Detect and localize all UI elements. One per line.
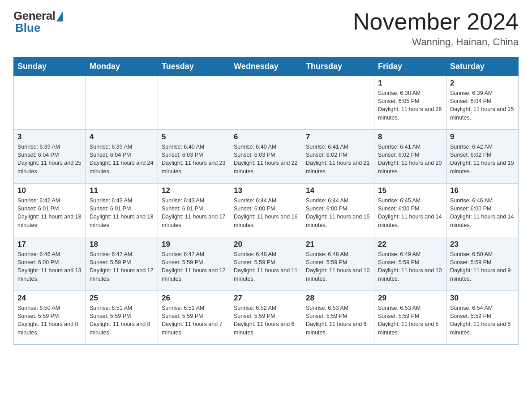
calendar-cell: 13Sunrise: 6:44 AMSunset: 6:00 PMDayligh… [230, 184, 302, 237]
day-info: Sunrise: 6:44 AMSunset: 6:00 PMDaylight:… [306, 197, 370, 229]
day-number: 26 [162, 294, 226, 303]
info-line: Sunset: 6:00 PM [378, 206, 419, 212]
column-header-tuesday: Tuesday [158, 57, 230, 76]
day-number: 19 [162, 240, 226, 249]
column-header-thursday: Thursday [302, 57, 374, 76]
info-line: Sunrise: 6:47 AM [90, 251, 132, 257]
info-line: Sunset: 5:59 PM [450, 259, 491, 265]
info-line: Sunset: 6:02 PM [378, 152, 419, 158]
info-line: Sunset: 6:00 PM [17, 259, 59, 265]
info-line: Sunset: 6:05 PM [378, 98, 419, 104]
info-line: Sunrise: 6:50 AM [17, 305, 60, 311]
calendar-cell: 3Sunrise: 6:39 AMSunset: 6:04 PMDaylight… [14, 130, 86, 184]
day-info: Sunrise: 6:42 AMSunset: 6:02 PMDaylight:… [450, 143, 515, 176]
day-info: Sunrise: 6:43 AMSunset: 6:01 PMDaylight:… [90, 197, 154, 229]
day-number: 28 [306, 294, 370, 303]
info-line: Sunrise: 6:44 AM [306, 197, 348, 204]
column-header-friday: Friday [374, 57, 446, 76]
calendar-cell: 11Sunrise: 6:43 AMSunset: 6:01 PMDayligh… [86, 184, 158, 237]
info-line: Sunrise: 6:48 AM [234, 251, 276, 257]
info-line: Daylight: 11 hours and 7 minutes. [162, 321, 223, 335]
day-number: 7 [306, 133, 370, 141]
info-line: Sunrise: 6:46 AM [17, 251, 60, 257]
day-info: Sunrise: 6:42 AMSunset: 6:01 PMDaylight:… [17, 197, 82, 229]
calendar-cell: 8Sunrise: 6:41 AMSunset: 6:02 PMDaylight… [374, 130, 446, 184]
calendar-cell [230, 76, 302, 130]
day-info: Sunrise: 6:39 AMSunset: 6:04 PMDaylight:… [90, 143, 154, 176]
info-line: Sunrise: 6:50 AM [450, 251, 493, 257]
logo: General Blue [13, 9, 63, 35]
info-line: Daylight: 11 hours and 8 minutes. [90, 321, 150, 335]
info-line: Sunrise: 6:44 AM [234, 197, 276, 204]
info-line: Daylight: 11 hours and 21 minutes. [306, 160, 369, 174]
day-info: Sunrise: 6:45 AMSunset: 6:00 PMDaylight:… [378, 197, 442, 229]
calendar-header-row: SundayMondayTuesdayWednesdayThursdayFrid… [14, 57, 519, 76]
calendar-cell: 20Sunrise: 6:48 AMSunset: 5:59 PMDayligh… [230, 237, 302, 291]
calendar-cell: 30Sunrise: 6:54 AMSunset: 5:59 PMDayligh… [446, 291, 519, 345]
calendar-cell: 21Sunrise: 6:48 AMSunset: 5:59 PMDayligh… [302, 237, 374, 291]
info-line: Sunrise: 6:53 AM [378, 305, 420, 311]
day-number: 20 [234, 240, 298, 249]
info-line: Daylight: 11 hours and 14 minutes. [378, 214, 442, 228]
calendar-cell: 16Sunrise: 6:46 AMSunset: 6:00 PMDayligh… [446, 184, 519, 237]
calendar-cell: 17Sunrise: 6:46 AMSunset: 6:00 PMDayligh… [14, 237, 86, 291]
column-header-sunday: Sunday [14, 57, 86, 76]
day-number: 29 [378, 294, 442, 303]
info-line: Daylight: 11 hours and 23 minutes. [162, 160, 225, 174]
calendar-cell: 1Sunrise: 6:38 AMSunset: 6:05 PMDaylight… [374, 76, 446, 130]
calendar-cell: 7Sunrise: 6:41 AMSunset: 6:02 PMDaylight… [302, 130, 374, 184]
calendar-cell [14, 76, 86, 130]
info-line: Sunset: 6:03 PM [162, 152, 203, 158]
info-line: Sunrise: 6:41 AM [378, 144, 420, 150]
info-line: Sunset: 5:59 PM [234, 259, 275, 265]
day-number: 3 [17, 133, 82, 141]
info-line: Sunset: 6:04 PM [90, 152, 131, 158]
calendar-cell: 10Sunrise: 6:42 AMSunset: 6:01 PMDayligh… [14, 184, 86, 237]
info-line: Daylight: 11 hours and 12 minutes. [90, 267, 153, 282]
calendar-cell: 18Sunrise: 6:47 AMSunset: 5:59 PMDayligh… [86, 237, 158, 291]
info-line: Daylight: 11 hours and 25 minutes. [17, 160, 81, 174]
info-line: Sunrise: 6:48 AM [306, 251, 348, 257]
info-line: Sunset: 6:01 PM [90, 206, 131, 212]
calendar-cell: 9Sunrise: 6:42 AMSunset: 6:02 PMDaylight… [446, 130, 519, 184]
info-line: Daylight: 11 hours and 24 minutes. [90, 160, 153, 174]
info-line: Daylight: 11 hours and 17 minutes. [162, 214, 225, 228]
info-line: Sunrise: 6:47 AM [162, 251, 204, 257]
info-line: Sunrise: 6:43 AM [162, 197, 204, 204]
day-number: 30 [450, 294, 515, 303]
info-line: Sunset: 6:02 PM [306, 152, 347, 158]
day-number: 23 [450, 240, 515, 249]
info-line: Daylight: 11 hours and 18 minutes. [90, 214, 153, 228]
info-line: Daylight: 11 hours and 22 minutes. [234, 160, 297, 174]
calendar-cell: 25Sunrise: 6:51 AMSunset: 5:59 PMDayligh… [86, 291, 158, 345]
calendar-week-row: 1Sunrise: 6:38 AMSunset: 6:05 PMDaylight… [14, 76, 519, 130]
info-line: Sunset: 5:59 PM [162, 259, 203, 265]
info-line: Sunrise: 6:45 AM [378, 197, 420, 204]
day-info: Sunrise: 6:47 AMSunset: 5:59 PMDaylight:… [162, 250, 226, 283]
info-line: Sunset: 5:59 PM [162, 313, 203, 319]
info-line: Sunrise: 6:39 AM [450, 90, 493, 96]
column-header-wednesday: Wednesday [230, 57, 302, 76]
day-info: Sunrise: 6:51 AMSunset: 5:59 PMDaylight:… [162, 304, 226, 337]
day-info: Sunrise: 6:44 AMSunset: 6:00 PMDaylight:… [234, 197, 298, 229]
info-line: Sunrise: 6:49 AM [378, 251, 420, 257]
day-info: Sunrise: 6:53 AMSunset: 5:59 PMDaylight:… [306, 304, 370, 337]
info-line: Sunset: 5:59 PM [378, 313, 419, 319]
info-line: Sunset: 6:02 PM [450, 152, 491, 158]
info-line: Sunrise: 6:41 AM [306, 144, 348, 150]
info-line: Sunrise: 6:40 AM [162, 144, 204, 150]
calendar-cell: 22Sunrise: 6:49 AMSunset: 5:59 PMDayligh… [374, 237, 446, 291]
info-line: Daylight: 11 hours and 14 minutes. [450, 214, 514, 228]
calendar-cell: 29Sunrise: 6:53 AMSunset: 5:59 PMDayligh… [374, 291, 446, 345]
info-line: Daylight: 11 hours and 12 minutes. [162, 267, 225, 282]
calendar-cell: 15Sunrise: 6:45 AMSunset: 6:00 PMDayligh… [374, 184, 446, 237]
info-line: Sunrise: 6:40 AM [234, 144, 276, 150]
calendar-cell [302, 76, 374, 130]
info-line: Sunrise: 6:42 AM [450, 144, 493, 150]
calendar-cell: 14Sunrise: 6:44 AMSunset: 6:00 PMDayligh… [302, 184, 374, 237]
info-line: Sunrise: 6:51 AM [90, 305, 132, 311]
day-number: 12 [162, 186, 226, 195]
info-line: Daylight: 11 hours and 13 minutes. [17, 267, 81, 282]
info-line: Daylight: 11 hours and 18 minutes. [17, 214, 81, 228]
info-line: Daylight: 11 hours and 11 minutes. [234, 267, 297, 282]
